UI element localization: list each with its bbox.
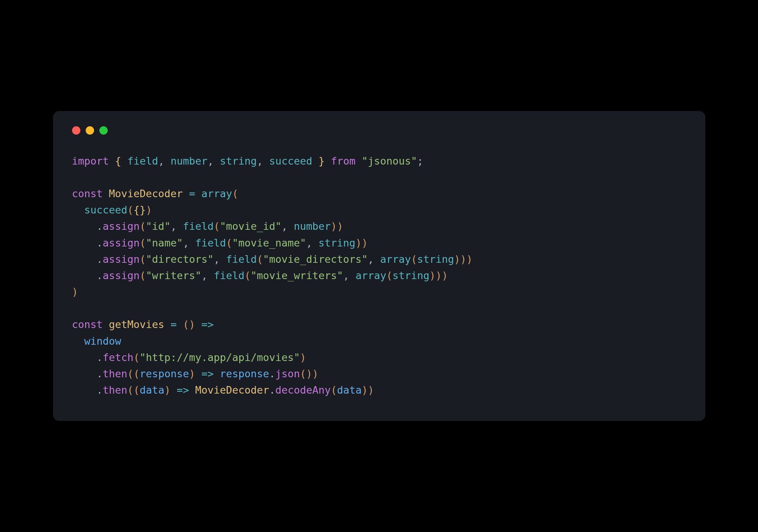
maximize-icon[interactable] [99, 126, 108, 135]
ident-number: number [171, 155, 208, 167]
fn-array: array [355, 270, 386, 281]
paren-open: ( [140, 237, 146, 249]
arrow: => [201, 319, 214, 330]
ident-data: data [337, 384, 362, 396]
ident-string: string [319, 237, 356, 249]
dot: . [97, 270, 103, 281]
comma: , [207, 155, 213, 167]
ident-succeed: succeed [269, 155, 312, 167]
string-directors: "directors" [146, 253, 214, 265]
dot: . [97, 253, 103, 265]
operator-eq: = [171, 319, 177, 330]
titlebar [72, 126, 686, 135]
arrow: => [201, 368, 214, 380]
string-movie-directors: "movie_directors" [263, 253, 368, 265]
paren-open: ( [300, 368, 306, 380]
fn-field: field [183, 220, 213, 232]
string-movie-name: "movie_name" [232, 237, 306, 249]
comma: , [257, 155, 263, 167]
ident-string: string [392, 270, 430, 281]
paren-open: ( [127, 384, 133, 396]
method-then: then [103, 368, 127, 380]
paren-close: ) [436, 270, 442, 281]
minimize-icon[interactable] [86, 126, 94, 135]
comma: , [158, 155, 164, 167]
const-getmovies: getMovies [109, 319, 164, 330]
keyword-const: const [72, 319, 103, 330]
paren-open: ( [257, 253, 263, 265]
paren-close: ) [429, 270, 435, 281]
fn-field: field [213, 270, 244, 281]
dot: . [269, 368, 275, 380]
empty-object: {} [133, 204, 146, 216]
method-assign: assign [103, 253, 140, 265]
comma: , [213, 253, 220, 265]
paren-close: ) [189, 319, 195, 330]
dot: . [269, 384, 275, 396]
fn-array: array [380, 253, 411, 265]
paren-close: ) [164, 384, 170, 396]
comma: , [306, 237, 312, 249]
string-jsonous: "jsonous" [362, 155, 417, 167]
method-json: json [275, 368, 300, 380]
keyword-import: import [72, 155, 109, 167]
ident-field: field [127, 155, 158, 167]
string-id: "id" [146, 220, 171, 232]
paren-close: ) [337, 220, 343, 232]
brace-close: } [319, 155, 325, 167]
fn-succeed: succeed [84, 204, 127, 216]
dot: . [97, 237, 103, 249]
close-icon[interactable] [72, 126, 80, 135]
ident-string: string [220, 155, 257, 167]
dot: . [97, 384, 103, 396]
paren-close: ) [362, 384, 368, 396]
comma: , [368, 253, 374, 265]
comma: , [281, 220, 287, 232]
paren-open: ( [133, 352, 140, 363]
ident-data: data [140, 384, 164, 396]
fn-field: field [195, 237, 226, 249]
string-name: "name" [146, 237, 183, 249]
paren-close: ) [454, 253, 460, 265]
paren-open: ( [183, 319, 189, 330]
comma: , [171, 220, 177, 232]
ident-window: window [84, 335, 121, 347]
paren-close: ) [312, 368, 319, 380]
const-moviedecoder: MovieDecoder [109, 188, 183, 199]
method-then: then [103, 384, 127, 396]
paren-close: ) [331, 220, 337, 232]
code-block: import { field, number, string, succeed … [72, 153, 686, 399]
comma: , [201, 270, 207, 281]
operator-eq: = [189, 188, 195, 199]
brace-open: { [115, 155, 121, 167]
fn-array: array [201, 188, 232, 199]
paren-close: ) [368, 384, 374, 396]
paren-close: ) [466, 253, 472, 265]
paren-open: ( [232, 188, 238, 199]
fn-field: field [226, 253, 257, 265]
ident-number: number [294, 220, 331, 232]
paren-open: ( [133, 384, 140, 396]
paren-open: ( [213, 220, 220, 232]
paren-open: ( [133, 368, 140, 380]
method-assign: assign [103, 220, 140, 232]
method-fetch: fetch [103, 352, 133, 363]
code-window: import { field, number, string, succeed … [53, 111, 705, 421]
dot: . [97, 220, 103, 232]
method-decodeany: decodeAny [275, 384, 331, 396]
string-url: "http://my.app/api/movies" [140, 352, 300, 363]
method-assign: assign [103, 237, 140, 249]
paren-close: ) [189, 368, 195, 380]
comma: , [183, 237, 189, 249]
paren-open: ( [140, 253, 146, 265]
paren-open: ( [411, 253, 417, 265]
const-moviedecoder: MovieDecoder [195, 384, 269, 396]
paren-close: ) [355, 237, 361, 249]
string-movie-writers: "movie_writers" [251, 270, 343, 281]
paren-close: ) [460, 253, 466, 265]
paren-close: ) [362, 237, 368, 249]
semicolon: ; [417, 155, 423, 167]
paren-close: ) [72, 286, 78, 298]
method-assign: assign [103, 270, 140, 281]
paren-open: ( [127, 204, 133, 216]
